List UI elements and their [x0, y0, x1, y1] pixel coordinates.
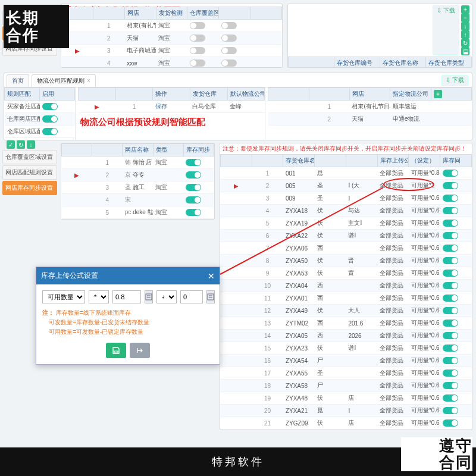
toggle-switch[interactable] — [190, 22, 205, 29]
toggle-switch[interactable] — [221, 35, 237, 42]
stock-formula-table: 存货仓库名称库存上传公式（设定）库存同1001总全部货品可用量*0.8▶2005… — [220, 154, 472, 430]
op1-select[interactable]: * — [89, 290, 109, 303]
toggle-switch[interactable] — [186, 184, 201, 191]
quantity-select[interactable]: 可用数量 — [42, 290, 85, 303]
table-row[interactable]: 14ZYXA05西2026全部货品可用量*0.6 — [220, 330, 471, 342]
toggle-switch[interactable] — [443, 182, 458, 189]
table-row[interactable]: 13ZYTM02西201.6全部货品可用量*0.6 — [220, 317, 471, 330]
toggle-switch[interactable] — [443, 419, 458, 427]
download-button[interactable]: ⇩ 下载 — [441, 75, 468, 86]
tab[interactable]: 首页 — [7, 74, 29, 87]
table-row[interactable]: 20ZYXA21觅I全部货品可用量*0.6 — [220, 405, 471, 417]
close-icon[interactable]: × — [87, 77, 90, 84]
toggle-switch[interactable] — [443, 270, 458, 277]
toggle-switch[interactable] — [190, 35, 205, 42]
toggle-switch[interactable] — [221, 47, 237, 54]
download-button[interactable]: ⇩ 下载 — [433, 5, 459, 55]
save-button[interactable] — [106, 343, 126, 358]
toggle-switch[interactable] — [443, 407, 458, 414]
table-row[interactable]: 21ZYGZ09伏店全部货品可用量*0.6 — [220, 417, 471, 430]
toggle-switch[interactable] — [443, 357, 458, 364]
toggle-switch[interactable] — [443, 245, 458, 252]
table-row[interactable]: 11ZYXA01西全部货品可用量*0.6 — [220, 292, 471, 305]
table-row[interactable]: ▶3电子商城通用用户淘宝 — [62, 45, 282, 57]
tab[interactable]: 物流公司匹配规则× — [32, 74, 96, 87]
calculator-icon[interactable] — [145, 290, 153, 303]
sidebar-item[interactable]: 网店匹配规则设置 — [2, 165, 57, 180]
close-icon[interactable]: ✕ — [208, 271, 215, 281]
table-row[interactable]: 16ZYXA54尸全部货品可用量*0.6 — [220, 355, 471, 367]
table-row[interactable]: 2天猫申通e物流 — [268, 113, 472, 126]
val2-input[interactable] — [180, 290, 203, 303]
table-row[interactable]: 2天猫淘宝 — [62, 32, 282, 45]
section-warehouse-match: 仓库覆盖区域设置网店默认仓库设置网店库存同步设置 受卖仓库根据预设规则智能匹配 … — [2, 2, 474, 69]
toggle-switch[interactable] — [443, 195, 458, 202]
toggle-switch[interactable] — [443, 332, 458, 339]
action-icon[interactable]: ⬓ — [461, 47, 469, 55]
table-row[interactable]: 8ZYXA50伏晋全部货品可用量*0.6 — [220, 255, 471, 267]
toggle-switch[interactable] — [186, 209, 201, 216]
toggle-switch[interactable] — [42, 115, 58, 123]
calculator-icon[interactable] — [206, 290, 215, 303]
table-row[interactable]: 18ZYXA58尸全部货品可用量*0.6 — [220, 380, 471, 392]
toggle-switch[interactable] — [443, 232, 458, 239]
table-row[interactable]: ▶2005圣I (大全部货品可用量*1 — [220, 180, 471, 192]
toggle-switch[interactable] — [186, 159, 201, 166]
toggle-switch[interactable] — [443, 282, 458, 289]
toggle-switch[interactable] — [186, 171, 201, 178]
action-icon[interactable]: ↑ — [461, 30, 469, 39]
val1-input[interactable] — [112, 290, 141, 303]
action-icon[interactable]: － — [461, 14, 469, 22]
table-row[interactable]: 19ZYXA48伏店全部货品可用量*0.6 — [220, 392, 471, 405]
table-row[interactable]: 12ZYXA49伏大人全部货品可用量*0.6 — [220, 305, 471, 317]
sidebar-item[interactable]: 仓库覆盖区域设置 — [2, 150, 57, 164]
table-row[interactable]: 15ZYXA23伏谱I全部货品可用量*0.6 — [220, 342, 471, 355]
table-row[interactable]: 4宋 — [62, 194, 214, 206]
table-row[interactable]: 仓库区域匹配 — [5, 126, 75, 138]
table-row[interactable]: 3009圣I全部货品可用量*0.6 — [220, 192, 471, 205]
toggle-switch[interactable] — [42, 103, 58, 110]
table-row[interactable]: 4ZYXA18伏与达全部货品可用量*0.6 — [220, 205, 471, 217]
toggle-switch[interactable] — [443, 320, 458, 327]
toggle-switch[interactable] — [42, 128, 58, 135]
table-row[interactable]: 7ZYXA06西全部货品可用量*0.6 — [220, 242, 471, 255]
table-row[interactable]: 5pc deke 鞋店淘宝 — [62, 206, 214, 219]
toggle-switch[interactable] — [186, 196, 201, 203]
toggle-switch[interactable] — [443, 369, 458, 377]
table-row[interactable]: 6ZYXA22伏谱I全部货品可用量*0.6 — [220, 230, 471, 242]
table-row[interactable]: 3圣 施工淘宝 — [62, 181, 214, 194]
table-row[interactable]: 1001总全部货品可用量*0.8 — [220, 167, 471, 180]
toggle-switch[interactable] — [443, 345, 458, 352]
table-row[interactable]: 4xxw淘宝 — [62, 57, 282, 68]
action-icon[interactable]: ↓ — [461, 22, 469, 30]
toggle-switch[interactable] — [443, 307, 458, 314]
table-row[interactable]: 9ZYXA53伏置全部货品可用量*0.6 — [220, 267, 471, 280]
sidebar-item[interactable]: 网店库存同步设置 — [2, 181, 57, 195]
toggle-switch[interactable] — [443, 394, 458, 402]
table-row[interactable]: 仓库网店匹配 — [5, 113, 75, 126]
table-row[interactable]: 10ZYXA04西全部货品可用量*0.6 — [220, 280, 471, 292]
table-row[interactable]: 1饰 饰怡 店淘宝 — [62, 156, 214, 169]
table-row[interactable]: 17ZYXA55圣全部货品可用量*0.6 — [220, 367, 471, 380]
toggle-switch[interactable] — [221, 60, 237, 67]
toggle-switch[interactable] — [443, 295, 458, 302]
table-row[interactable]: 买家备注匹配 — [5, 101, 75, 113]
toggle-switch[interactable] — [443, 382, 458, 389]
action-icon[interactable]: ＋ — [461, 5, 469, 14]
toggle-switch[interactable] — [443, 207, 458, 214]
toggle-switch[interactable] — [443, 220, 458, 227]
table-row[interactable]: 5ZYXA19伏主文I全部货品可用量*0.6 — [220, 217, 471, 230]
toggle-switch[interactable] — [190, 60, 205, 67]
toggle-switch[interactable] — [443, 257, 458, 264]
export-button[interactable] — [130, 343, 150, 358]
table-row[interactable]: 1相束(有礼节日小屋淘宝 — [62, 20, 282, 32]
table-row[interactable]: ▶1保存白马仓库金峰 — [79, 101, 265, 113]
toggle-switch[interactable] — [190, 47, 205, 54]
table-row[interactable]: ▶2京 夺专 — [62, 169, 214, 181]
add-icon[interactable]: ＋ — [434, 90, 442, 98]
action-icon[interactable]: ↻ — [461, 39, 469, 47]
toggle-switch[interactable] — [221, 22, 237, 29]
toggle-switch[interactable] — [443, 170, 458, 177]
op2-select[interactable]: + — [156, 290, 177, 303]
table-row[interactable]: 1相束(有礼节日小屋,电子商城通用用户,京东测试顺丰速运 — [268, 101, 472, 113]
